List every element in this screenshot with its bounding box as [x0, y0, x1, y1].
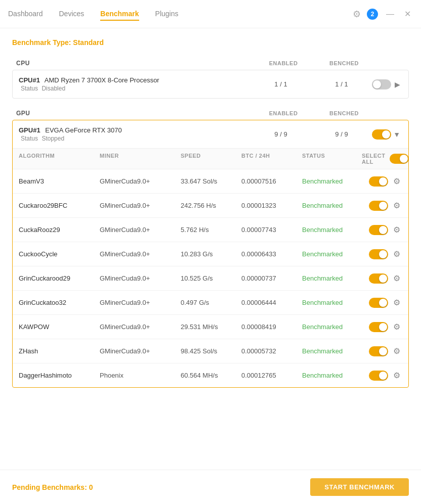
algo-actions-4: ⚙: [362, 272, 402, 284]
algo-toggle-6[interactable]: [369, 322, 388, 332]
algo-miner-8: Phoenix: [100, 372, 181, 379]
cpu-actions: ▶: [372, 78, 402, 90]
algo-miner-0: GMinerCuda9.0+: [100, 177, 181, 185]
algo-settings-8[interactable]: ⚙: [391, 370, 402, 381]
algo-name-2: CuckaRooz29: [19, 226, 100, 234]
algo-name-7: ZHash: [19, 347, 100, 355]
start-benchmark-button[interactable]: START BENCHMARK: [310, 478, 409, 496]
algo-status-0: Benchmarked: [302, 177, 362, 185]
algo-toggle-1[interactable]: [369, 201, 388, 211]
gpu-status-row: Status Stopped: [19, 135, 250, 142]
algo-status-8: Benchmarked: [302, 372, 362, 379]
algo-name-0: BeamV3: [19, 177, 100, 185]
gpu-enabled-count: 9 / 9: [250, 130, 311, 138]
gpu-info: GPU#1 EVGA GeForce RTX 3070 Status Stopp…: [19, 126, 250, 142]
gpu-toggle[interactable]: [372, 129, 377, 140]
algo-row-0: BeamV3 GMinerCuda9.0+ 33.647 Sol/s 0.000…: [13, 169, 408, 194]
algo-table-header: ALGORITHM MINER SPEED BTC / 24H STATUS S…: [13, 148, 408, 169]
algo-settings-5[interactable]: ⚙: [391, 297, 402, 308]
benchmark-type-label: Benchmark Type:: [12, 38, 71, 47]
algo-toggle-3[interactable]: [369, 249, 388, 259]
algo-row-4: GrinCuckarood29 GMinerCuda9.0+ 10.525 G/…: [13, 266, 408, 291]
algo-miner-3: GMinerCuda9.0+: [100, 250, 181, 258]
algo-actions-0: ⚙: [362, 175, 402, 187]
algo-toggle-7[interactable]: [369, 346, 388, 356]
algo-status-6: Benchmarked: [302, 323, 362, 331]
gpu-benched-count: 9 / 9: [311, 130, 372, 138]
algo-speed-7: 98.425 Sol/s: [181, 347, 241, 355]
tab-devices[interactable]: Devices: [59, 8, 85, 21]
algo-settings-2[interactable]: ⚙: [391, 224, 402, 236]
algo-miner-6: GMinerCuda9.0+: [100, 323, 181, 331]
algo-miner-7: GMinerCuda9.0+: [100, 347, 181, 355]
cpu-status-label: Status: [21, 85, 38, 92]
cpu-status-row: Status Disabled: [19, 85, 250, 92]
gpu-card: GPU#1 EVGA GeForce RTX 3070 Status Stopp…: [12, 120, 409, 388]
algo-btc-0: 0.00007516: [241, 177, 302, 185]
gpu-status-value: Stopped: [41, 135, 64, 142]
main-content: Benchmark Type: Standard CPU ENABLED BEN…: [0, 28, 421, 404]
algo-btc-1: 0.00001323: [241, 202, 302, 209]
algo-toggle-0[interactable]: [369, 176, 388, 187]
algo-speed-2: 5.762 H/s: [181, 226, 241, 234]
gpu-name: GPU#1 EVGA GeForce RTX 3070: [19, 126, 250, 134]
algo-speed-5: 0.497 G/s: [181, 299, 241, 306]
col-select-all: SELECT ALL: [362, 153, 402, 165]
algo-settings-3[interactable]: ⚙: [391, 248, 402, 260]
algo-settings-0[interactable]: ⚙: [391, 175, 402, 187]
gpu-section-header: GPU ENABLED BENCHED: [12, 107, 409, 120]
cpu-card: CPU#1 AMD Ryzen 7 3700X 8-Core Processor…: [12, 70, 409, 99]
algo-status-1: Benchmarked: [302, 202, 362, 209]
algo-actions-5: ⚙: [362, 297, 402, 308]
notification-badge[interactable]: 2: [367, 9, 378, 20]
algo-toggle-5[interactable]: [369, 298, 388, 308]
gpu-model: EVGA GeForce RTX 3070: [45, 126, 122, 134]
settings-icon[interactable]: ⚙: [353, 9, 361, 20]
tab-dashboard[interactable]: Dashboard: [8, 8, 43, 21]
algo-miner-2: GMinerCuda9.0+: [100, 226, 181, 234]
cpu-section-header: CPU ENABLED BENCHED: [12, 57, 409, 70]
gpu-enabled-label: ENABLED: [253, 110, 314, 116]
algo-btc-3: 0.00006433: [241, 250, 302, 258]
pending-count: 0: [89, 483, 93, 491]
algo-actions-7: ⚙: [362, 345, 402, 357]
algo-btc-4: 0.00000737: [241, 274, 302, 282]
algo-settings-6[interactable]: ⚙: [391, 321, 402, 333]
algo-btc-2: 0.00007743: [241, 226, 302, 234]
cpu-expand-button[interactable]: ▶: [393, 79, 402, 89]
cpu-benched-count: 1 / 1: [311, 80, 372, 88]
gpu-id: GPU#1: [19, 126, 40, 134]
col-speed: SPEED: [181, 153, 241, 165]
algo-speed-6: 29.531 MH/s: [181, 323, 241, 331]
algo-settings-7[interactable]: ⚙: [391, 345, 402, 357]
gpu-status-label: Status: [21, 135, 38, 142]
gpu-expand-button[interactable]: ▼: [391, 129, 402, 140]
algo-row-3: CuckooCycle GMinerCuda9.0+ 10.283 G/s 0.…: [13, 242, 408, 266]
algo-row-5: GrinCuckatoo32 GMinerCuda9.0+ 0.497 G/s …: [13, 291, 408, 315]
algo-row-8: DaggerHashimoto Phoenix 60.564 MH/s 0.00…: [13, 363, 408, 387]
cpu-enabled-label: ENABLED: [253, 60, 314, 66]
cpu-toggle[interactable]: [372, 79, 379, 89]
tab-benchmark[interactable]: Benchmark: [100, 8, 139, 21]
algo-miner-4: GMinerCuda9.0+: [100, 274, 181, 282]
minimize-icon[interactable]: —: [384, 9, 396, 20]
algo-settings-1[interactable]: ⚙: [391, 200, 402, 211]
algo-row-2: CuckaRooz29 GMinerCuda9.0+ 5.762 H/s 0.0…: [13, 218, 408, 242]
algo-toggle-2[interactable]: [369, 225, 388, 235]
algo-name-5: GrinCuckatoo32: [19, 299, 100, 306]
algo-toggle-4[interactable]: [369, 273, 388, 284]
cpu-label: CPU: [16, 60, 253, 67]
algo-btc-5: 0.00006444: [241, 299, 302, 306]
algo-actions-8: ⚙: [362, 370, 402, 381]
close-icon[interactable]: ✕: [402, 8, 413, 20]
algo-status-5: Benchmarked: [302, 299, 362, 306]
select-all-label: SELECT ALL: [362, 153, 386, 165]
algo-row-1: Cuckaroo29BFC GMinerCuda9.0+ 242.756 H/s…: [13, 194, 408, 218]
pending-label: Pending Benchmarks:: [12, 483, 87, 491]
select-all-toggle[interactable]: [390, 154, 402, 164]
algo-toggle-8[interactable]: [369, 371, 388, 381]
algo-settings-4[interactable]: ⚙: [391, 272, 402, 284]
algo-name-6: KAWPOW: [19, 323, 100, 331]
tab-plugins[interactable]: Plugins: [155, 8, 179, 21]
cpu-id: CPU#1: [19, 76, 40, 84]
